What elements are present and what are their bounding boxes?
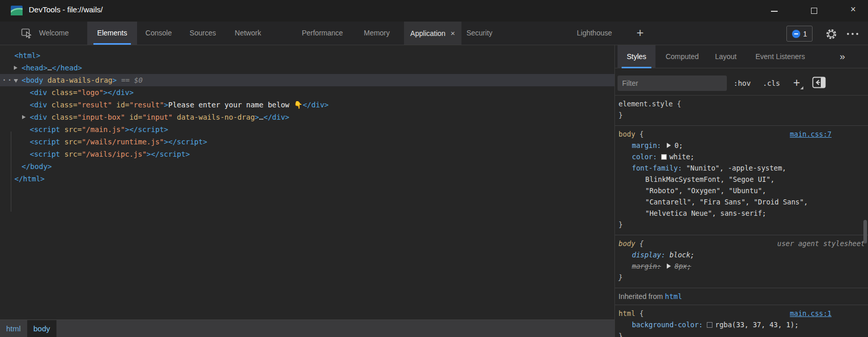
css-selector-line[interactable]: body {user agent stylesheet <box>619 238 868 249</box>
tab-label: Welcome <box>39 29 69 37</box>
dom-tree-node[interactable]: <script src="/wails/ipc.js"></script> <box>0 148 614 160</box>
expand-value-icon[interactable] <box>667 264 671 269</box>
tab-label: Sources <box>189 29 216 37</box>
expand-value-icon[interactable] <box>667 143 671 148</box>
close-button[interactable]: × <box>839 0 867 22</box>
tab-memory[interactable]: Memory <box>359 22 394 45</box>
tab-computed[interactable]: Computed <box>659 45 706 68</box>
tab-styles[interactable]: Styles <box>618 45 655 68</box>
stylesheet-link[interactable]: main.css:1 <box>790 308 832 319</box>
tab-console[interactable]: Console <box>141 22 177 45</box>
notification-count: 1 <box>803 30 807 38</box>
css-property[interactable]: margin: 8px; <box>619 260 868 272</box>
tab-label: Memory <box>364 29 390 37</box>
css-selector: body <box>619 239 635 248</box>
css-selector-line[interactable]: html {main.css:1 <box>619 308 868 319</box>
inherited-from-header: Inherited from html <box>615 288 868 305</box>
tab-elements[interactable]: Elements <box>87 22 137 45</box>
settings-button[interactable] <box>823 26 839 42</box>
collapse-arrow-icon[interactable] <box>14 79 18 83</box>
add-tab-button[interactable]: + <box>636 22 654 45</box>
maximize-icon <box>811 8 817 14</box>
more-options-button[interactable] <box>844 26 861 42</box>
code-token: class= <box>51 101 78 109</box>
code-token: "result" <box>78 101 112 109</box>
css-property[interactable]: font-family: "Nunito", -apple-system, <box>619 162 868 174</box>
css-rule: element.style {} <box>615 96 868 126</box>
more-tabs-chevron-icon[interactable]: » <box>835 45 850 68</box>
tab-welcome[interactable]: Welcome <box>32 22 75 45</box>
css-property[interactable]: color: white; <box>619 151 868 162</box>
css-property[interactable]: margin: 0; <box>619 140 868 151</box>
title-bar: DevTools - file://wails/ × <box>0 0 868 22</box>
dom-tree-node[interactable]: <div class="logo"></div> <box>0 86 614 99</box>
new-style-rule-button[interactable]: + <box>789 74 804 91</box>
css-property-value: "Nunito", -apple-system, <box>686 164 786 172</box>
tab-label: Console <box>145 29 171 37</box>
css-property[interactable]: display: block; <box>619 249 868 260</box>
tab-label: Network <box>235 29 261 37</box>
code-token: … <box>259 113 263 121</box>
tab-security[interactable]: Security <box>463 22 496 45</box>
gap <box>657 153 661 161</box>
css-property[interactable]: background-color: rgba(33, 37, 43, 1); <box>619 319 868 330</box>
dom-tree-node[interactable]: <script src="/main.js"></script> <box>0 123 614 136</box>
gap <box>703 321 707 329</box>
elements-panel: <html><head>…</head>···<body data-wails-… <box>0 45 614 320</box>
css-selector-line[interactable]: body {main.css:7 <box>619 128 868 140</box>
css-selector-line[interactable]: element.style { <box>619 98 868 109</box>
tab-label: Application <box>410 29 446 38</box>
open-brace: { <box>635 309 644 317</box>
breadcrumb-item-html[interactable]: html <box>0 320 27 337</box>
filter-input[interactable] <box>618 76 727 91</box>
code-token: data-wails-no-drag <box>172 113 255 121</box>
stylesheet-link[interactable]: main.css:7 <box>790 128 832 140</box>
scrollbar-thumb[interactable] <box>863 220 867 244</box>
toggle-element-state-button[interactable]: :hov <box>734 76 751 91</box>
tab-close-icon[interactable]: × <box>451 22 455 45</box>
open-brace: { <box>673 100 681 108</box>
color-swatch[interactable] <box>707 322 712 328</box>
tab-event-listeners[interactable]: Event Listeners <box>747 45 813 68</box>
tab-application[interactable]: Application× <box>404 22 461 45</box>
toggle-sidebar-button[interactable] <box>812 76 826 89</box>
code-token: 👇 <box>294 101 302 109</box>
breadcrumb-item-body[interactable]: body <box>27 320 56 337</box>
tab-network[interactable]: Network <box>229 22 267 45</box>
element-classes-button[interactable]: .cls <box>763 76 780 91</box>
css-property-value-continued: "Cantarell", "Fira Sans", "Droid Sans", <box>619 196 868 208</box>
expand-arrow-icon[interactable] <box>22 115 26 119</box>
maximize-button[interactable] <box>799 0 828 22</box>
css-property-name: color: <box>632 153 657 161</box>
tab-layout[interactable]: Layout <box>709 45 743 68</box>
dom-tree-node[interactable]: <head>…</head> <box>0 62 614 74</box>
tab-lighthouse[interactable]: Lighthouse <box>571 22 618 45</box>
styles-sidebar: Styles Computed Layout Event Listeners »… <box>615 45 868 337</box>
inspect-element-icon <box>21 28 32 39</box>
close-brace-line: } <box>619 219 868 230</box>
dom-tree-node[interactable]: <div class="result" id="result">Please e… <box>0 99 614 111</box>
styles-pane: element.style {}body {main.css:7margin: … <box>615 96 868 337</box>
code-token: <div <box>30 88 51 97</box>
dom-tree-node[interactable]: <html> <box>0 49 614 62</box>
dom-tree-node[interactable]: </html> <box>0 173 614 185</box>
tab-performance[interactable]: Performance <box>298 22 347 45</box>
code-token: <head> <box>22 64 48 72</box>
dom-tree-node[interactable]: </body> <box>0 160 614 173</box>
color-swatch[interactable] <box>661 154 667 160</box>
gap <box>682 164 686 172</box>
dom-tree-node[interactable]: <div class="input-box" id="input" data-w… <box>0 111 614 123</box>
code-token: "input" <box>142 113 172 121</box>
css-property-name: font-family: <box>632 164 682 172</box>
css-rule: body {main.css:7margin: 0;color: white;f… <box>615 126 868 235</box>
minimize-button[interactable] <box>760 0 788 22</box>
dom-tree-node[interactable]: <script src="/wails/runtime.js"></script… <box>0 136 614 148</box>
code-token: </div> <box>303 101 329 109</box>
tab-sources[interactable]: Sources <box>185 22 221 45</box>
code-token: </div> <box>263 113 290 121</box>
feedback-chat-button[interactable]: 1 <box>786 26 813 42</box>
expand-arrow-icon[interactable] <box>14 66 17 70</box>
code-token: Please enter your name below <box>168 101 294 109</box>
dom-tree-node[interactable]: ···<body data-wails-drag> == $0 <box>0 74 614 86</box>
inherited-node-link[interactable]: html <box>665 292 682 301</box>
